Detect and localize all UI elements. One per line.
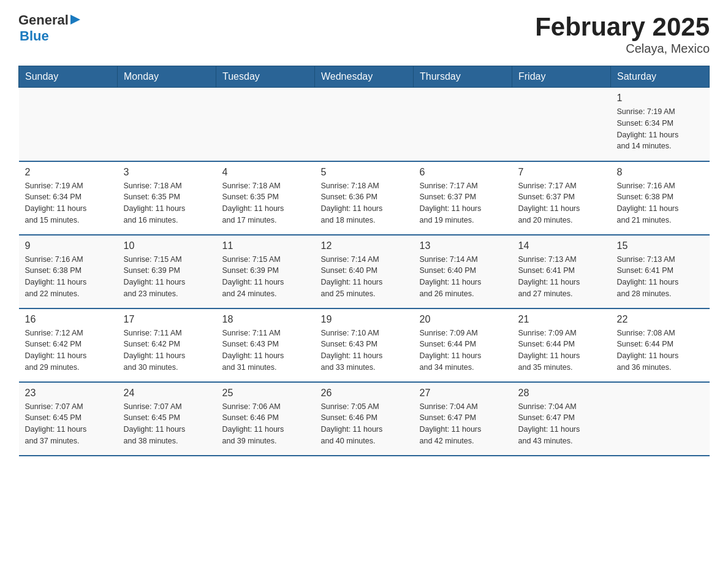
day-number: 6	[420, 167, 506, 178]
calendar-cell: 23Sunrise: 7:07 AM Sunset: 6:45 PM Dayli…	[19, 382, 118, 456]
day-number: 23	[25, 388, 112, 399]
day-info: Sunrise: 7:04 AM Sunset: 6:47 PM Dayligh…	[518, 401, 605, 447]
day-header-wednesday: Wednesday	[315, 66, 414, 88]
calendar-cell: 8Sunrise: 7:16 AM Sunset: 6:38 PM Daylig…	[611, 161, 710, 235]
day-number: 25	[222, 388, 309, 399]
day-number: 11	[222, 240, 309, 251]
logo-arrow-icon	[70, 15, 80, 27]
day-info: Sunrise: 7:14 AM Sunset: 6:40 PM Dayligh…	[420, 254, 506, 300]
calendar-cell: 27Sunrise: 7:04 AM Sunset: 6:47 PM Dayli…	[414, 382, 512, 456]
day-info: Sunrise: 7:16 AM Sunset: 6:38 PM Dayligh…	[617, 180, 703, 226]
day-info: Sunrise: 7:18 AM Sunset: 6:35 PM Dayligh…	[222, 180, 309, 226]
day-info: Sunrise: 7:11 AM Sunset: 6:43 PM Dayligh…	[222, 327, 309, 373]
week-row-5: 23Sunrise: 7:07 AM Sunset: 6:45 PM Dayli…	[19, 382, 710, 456]
calendar-cell: 4Sunrise: 7:18 AM Sunset: 6:35 PM Daylig…	[216, 161, 315, 235]
logo-general-text: General	[18, 12, 69, 28]
calendar-cell: 24Sunrise: 7:07 AM Sunset: 6:45 PM Dayli…	[118, 382, 216, 456]
days-header-row: SundayMondayTuesdayWednesdayThursdayFrid…	[19, 66, 710, 88]
calendar-cell: 6Sunrise: 7:17 AM Sunset: 6:37 PM Daylig…	[414, 161, 512, 235]
calendar-cell	[315, 88, 414, 161]
day-number: 9	[25, 240, 112, 251]
day-number: 4	[222, 167, 309, 178]
calendar-cell: 25Sunrise: 7:06 AM Sunset: 6:46 PM Dayli…	[216, 382, 315, 456]
calendar-cell	[512, 88, 611, 161]
calendar-cell: 5Sunrise: 7:18 AM Sunset: 6:36 PM Daylig…	[315, 161, 414, 235]
calendar-cell: 15Sunrise: 7:13 AM Sunset: 6:41 PM Dayli…	[611, 235, 710, 308]
calendar-cell: 12Sunrise: 7:14 AM Sunset: 6:40 PM Dayli…	[315, 235, 414, 308]
calendar-cell: 16Sunrise: 7:12 AM Sunset: 6:42 PM Dayli…	[19, 308, 118, 382]
week-row-3: 9Sunrise: 7:16 AM Sunset: 6:38 PM Daylig…	[19, 235, 710, 308]
calendar-cell: 22Sunrise: 7:08 AM Sunset: 6:44 PM Dayli…	[611, 308, 710, 382]
calendar-cell: 1Sunrise: 7:19 AM Sunset: 6:34 PM Daylig…	[611, 88, 710, 161]
week-row-4: 16Sunrise: 7:12 AM Sunset: 6:42 PM Dayli…	[19, 308, 710, 382]
day-number: 27	[420, 388, 506, 399]
logo-blue-text: Blue	[20, 28, 49, 44]
day-number: 18	[222, 314, 309, 325]
calendar-cell: 14Sunrise: 7:13 AM Sunset: 6:41 PM Dayli…	[512, 235, 611, 308]
day-header-saturday: Saturday	[611, 66, 710, 88]
day-number: 24	[124, 388, 210, 399]
day-info: Sunrise: 7:12 AM Sunset: 6:42 PM Dayligh…	[25, 327, 112, 373]
svg-marker-0	[70, 15, 80, 25]
day-number: 17	[124, 314, 210, 325]
day-header-sunday: Sunday	[19, 66, 118, 88]
calendar-cell: 17Sunrise: 7:11 AM Sunset: 6:42 PM Dayli…	[118, 308, 216, 382]
day-info: Sunrise: 7:05 AM Sunset: 6:46 PM Dayligh…	[321, 401, 408, 447]
calendar-cell: 28Sunrise: 7:04 AM Sunset: 6:47 PM Dayli…	[512, 382, 611, 456]
day-header-monday: Monday	[118, 66, 216, 88]
calendar-cell	[118, 88, 216, 161]
day-info: Sunrise: 7:09 AM Sunset: 6:44 PM Dayligh…	[420, 327, 506, 373]
day-header-thursday: Thursday	[414, 66, 512, 88]
day-header-tuesday: Tuesday	[216, 66, 315, 88]
day-info: Sunrise: 7:15 AM Sunset: 6:39 PM Dayligh…	[124, 254, 210, 300]
calendar-cell: 7Sunrise: 7:17 AM Sunset: 6:37 PM Daylig…	[512, 161, 611, 235]
page-header: General Blue February 2025 Celaya, Mexic…	[18, 12, 710, 56]
calendar-cell: 9Sunrise: 7:16 AM Sunset: 6:38 PM Daylig…	[19, 235, 118, 308]
day-info: Sunrise: 7:07 AM Sunset: 6:45 PM Dayligh…	[124, 401, 210, 447]
day-info: Sunrise: 7:04 AM Sunset: 6:47 PM Dayligh…	[420, 401, 506, 447]
day-info: Sunrise: 7:17 AM Sunset: 6:37 PM Dayligh…	[518, 180, 605, 226]
page-title: February 2025	[535, 12, 710, 42]
logo: General Blue	[18, 12, 80, 44]
day-number: 19	[321, 314, 408, 325]
day-info: Sunrise: 7:09 AM Sunset: 6:44 PM Dayligh…	[518, 327, 605, 373]
day-number: 8	[617, 167, 703, 178]
day-number: 3	[124, 167, 210, 178]
day-number: 14	[518, 240, 605, 251]
title-section: February 2025 Celaya, Mexico	[535, 12, 710, 56]
calendar-cell: 11Sunrise: 7:15 AM Sunset: 6:39 PM Dayli…	[216, 235, 315, 308]
day-info: Sunrise: 7:19 AM Sunset: 6:34 PM Dayligh…	[617, 106, 703, 152]
day-number: 13	[420, 240, 506, 251]
day-info: Sunrise: 7:13 AM Sunset: 6:41 PM Dayligh…	[518, 254, 605, 300]
calendar-cell: 26Sunrise: 7:05 AM Sunset: 6:46 PM Dayli…	[315, 382, 414, 456]
day-info: Sunrise: 7:07 AM Sunset: 6:45 PM Dayligh…	[25, 401, 112, 447]
day-number: 12	[321, 240, 408, 251]
day-info: Sunrise: 7:06 AM Sunset: 6:46 PM Dayligh…	[222, 401, 309, 447]
day-number: 26	[321, 388, 408, 399]
day-info: Sunrise: 7:17 AM Sunset: 6:37 PM Dayligh…	[420, 180, 506, 226]
page-subtitle: Celaya, Mexico	[535, 42, 710, 56]
day-info: Sunrise: 7:10 AM Sunset: 6:43 PM Dayligh…	[321, 327, 408, 373]
day-info: Sunrise: 7:08 AM Sunset: 6:44 PM Dayligh…	[617, 327, 703, 373]
calendar-cell	[19, 88, 118, 161]
calendar-cell: 3Sunrise: 7:18 AM Sunset: 6:35 PM Daylig…	[118, 161, 216, 235]
day-info: Sunrise: 7:13 AM Sunset: 6:41 PM Dayligh…	[617, 254, 703, 300]
day-header-friday: Friday	[512, 66, 611, 88]
day-number: 1	[617, 93, 703, 104]
calendar-cell: 21Sunrise: 7:09 AM Sunset: 6:44 PM Dayli…	[512, 308, 611, 382]
calendar-cell: 10Sunrise: 7:15 AM Sunset: 6:39 PM Dayli…	[118, 235, 216, 308]
calendar-cell: 18Sunrise: 7:11 AM Sunset: 6:43 PM Dayli…	[216, 308, 315, 382]
calendar-cell: 13Sunrise: 7:14 AM Sunset: 6:40 PM Dayli…	[414, 235, 512, 308]
calendar-cell	[216, 88, 315, 161]
day-number: 21	[518, 314, 605, 325]
day-number: 28	[518, 388, 605, 399]
day-info: Sunrise: 7:14 AM Sunset: 6:40 PM Dayligh…	[321, 254, 408, 300]
calendar-cell: 2Sunrise: 7:19 AM Sunset: 6:34 PM Daylig…	[19, 161, 118, 235]
week-row-1: 1Sunrise: 7:19 AM Sunset: 6:34 PM Daylig…	[19, 88, 710, 161]
day-number: 15	[617, 240, 703, 251]
calendar-cell	[414, 88, 512, 161]
day-number: 10	[124, 240, 210, 251]
calendar-table: SundayMondayTuesdayWednesdayThursdayFrid…	[18, 66, 710, 456]
day-number: 20	[420, 314, 506, 325]
day-number: 22	[617, 314, 703, 325]
